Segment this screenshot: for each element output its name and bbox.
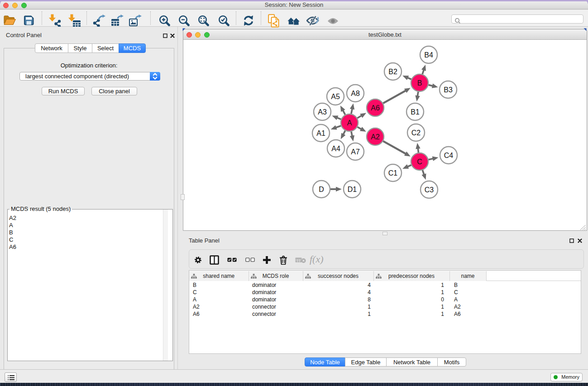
svg-text:B: B [417,79,422,87]
svg-text:A7: A7 [351,148,360,156]
svg-text:A1: A1 [316,129,325,137]
svg-text:C4: C4 [444,152,454,159]
svg-text:A3: A3 [318,108,327,116]
svg-text:B1: B1 [411,108,420,116]
svg-text:A6: A6 [371,104,380,112]
svg-text:B2: B2 [388,68,397,76]
svg-text:B3: B3 [444,86,453,94]
svg-text:C: C [417,158,422,166]
svg-text:A8: A8 [351,90,360,97]
svg-text:B4: B4 [424,51,433,59]
svg-text:D1: D1 [348,186,357,193]
svg-text:C2: C2 [411,129,421,137]
svg-text:C1: C1 [388,169,398,177]
svg-text:D: D [319,186,324,193]
svg-text:A2: A2 [371,133,380,141]
svg-text:A: A [347,119,352,127]
svg-text:A5: A5 [331,93,340,100]
svg-text:C3: C3 [425,186,434,194]
svg-text:A4: A4 [331,145,340,152]
